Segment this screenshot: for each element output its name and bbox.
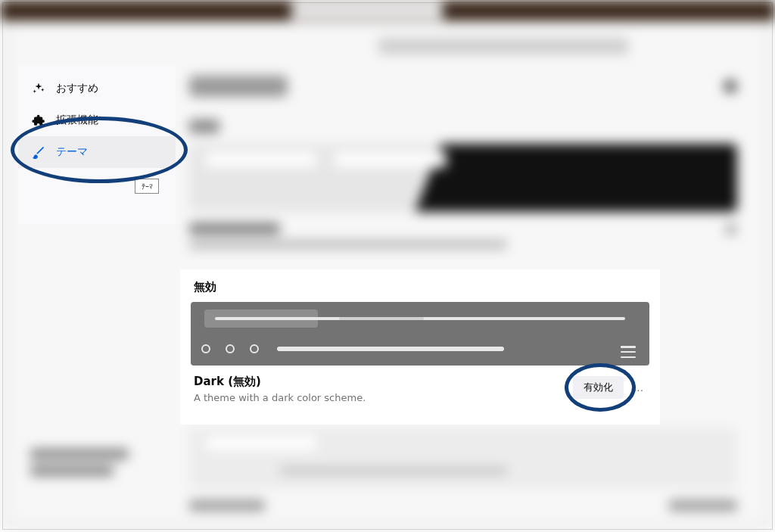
sidebar-item-recommendations[interactable]: おすすめ (18, 73, 176, 104)
theme-name: Dark (無効) (194, 375, 366, 389)
urlbar-placeholder (277, 347, 504, 351)
sidebar-item-themes[interactable]: テーマ (18, 136, 176, 168)
theme-preview-dark (191, 302, 649, 366)
sidebar-item-extensions[interactable]: 拡張機能 (18, 104, 176, 136)
theme-description: A theme with a dark color scheme. (194, 392, 366, 403)
puzzle-icon (30, 112, 47, 129)
sidebar-item-label: おすすめ (56, 82, 98, 95)
sidebar-highlight: おすすめ 拡張機能 テーマ ﾃｰﾏ (18, 65, 176, 224)
theme-more-button[interactable]: … (631, 381, 646, 394)
paintbrush-icon (30, 144, 47, 160)
theme-row-dark: Dark (無効) A theme with a dark color sche… (191, 366, 649, 403)
nav-forward-icon (226, 344, 235, 353)
mini-theme-button[interactable]: ﾃｰﾏ (135, 179, 159, 194)
disabled-themes-highlight: 無効 Dark (無効) A theme with a dark color s… (180, 269, 660, 425)
sparkle-icon (30, 80, 47, 97)
enable-theme-button[interactable]: 有効化 (573, 376, 624, 399)
hamburger-icon (621, 346, 636, 358)
sidebar-item-label: テーマ (56, 145, 88, 159)
nav-reload-icon (250, 344, 259, 353)
section-title-disabled: 無効 (194, 280, 649, 294)
nav-back-icon (201, 344, 210, 353)
sidebar-item-label: 拡張機能 (56, 114, 98, 127)
